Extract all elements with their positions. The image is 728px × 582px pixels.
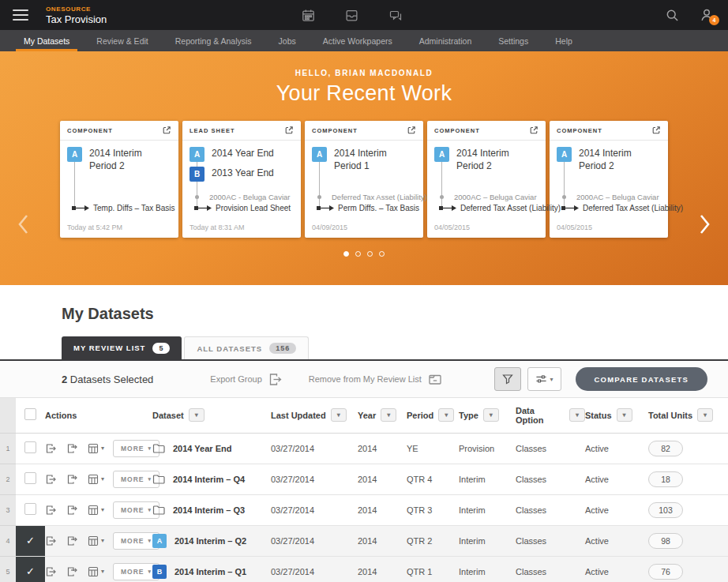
column-data-option: Data Option: [516, 406, 565, 425]
tab-my-review-list[interactable]: MY REVIEW LIST 5: [62, 336, 182, 359]
period-filter-dropdown[interactable]: [438, 408, 454, 422]
filter-button[interactable]: [494, 367, 521, 391]
chevron-left-icon[interactable]: [17, 214, 29, 235]
external-link-icon[interactable]: [529, 126, 538, 135]
recent-work-card[interactable]: COMPONENT A 2014 Interim Period 1 Deferr…: [305, 121, 423, 238]
tab-all-datasets[interactable]: ALL DATASETS 156: [184, 336, 309, 359]
card-timestamp: 04/05/2015: [550, 217, 668, 238]
timeline-arrow-icon: [72, 205, 89, 212]
row-checkbox-checked[interactable]: [16, 556, 45, 582]
cell-data-option: Classes: [516, 525, 585, 556]
folder-remove-icon: [428, 374, 442, 385]
external-link-icon[interactable]: [284, 126, 294, 135]
nav-item-active-workpapers[interactable]: Active Workpapers: [321, 30, 394, 51]
export-icon[interactable]: [45, 443, 58, 454]
export-icon[interactable]: [45, 566, 58, 577]
nav-item-help[interactable]: Help: [554, 30, 574, 51]
archive-icon[interactable]: [345, 9, 358, 22]
calculator-dropdown[interactable]: [88, 566, 104, 577]
year-filter-dropdown[interactable]: [381, 408, 396, 422]
type-filter-dropdown[interactable]: [483, 408, 499, 422]
menu-icon[interactable]: [13, 6, 28, 24]
calculator-dropdown[interactable]: [88, 505, 104, 516]
nav-item-review-edit[interactable]: Review & Edit: [95, 30, 149, 51]
card-timestamp: 04/05/2015: [427, 217, 546, 238]
recent-work-card[interactable]: COMPONENT A 2014 Interim Period 2 2000AC…: [550, 121, 668, 238]
row-checkbox-checked[interactable]: [16, 525, 45, 556]
data-option-filter-dropdown[interactable]: [569, 408, 585, 422]
cell-data-option: Classes: [516, 494, 585, 525]
total-units-badge: 103: [648, 502, 683, 518]
external-link-icon[interactable]: [651, 126, 661, 135]
total-units-filter-dropdown[interactable]: [697, 408, 713, 422]
export-icon[interactable]: [45, 535, 58, 546]
compare-datasets-button[interactable]: COMPARE DATASETS: [576, 367, 707, 391]
share-icon[interactable]: [66, 535, 79, 546]
row-checkbox[interactable]: [24, 472, 36, 484]
table-row[interactable]: 1 MORE 2014 Year End 03/27/2014 2014 YE …: [0, 433, 728, 464]
dataset-a-badge: A: [434, 147, 449, 162]
user-icon[interactable]: 4: [700, 8, 714, 22]
carousel-dot[interactable]: [367, 251, 373, 257]
dataset-name[interactable]: 2014 Interim – Q4: [173, 475, 245, 484]
table-row-selected[interactable]: 5 MORE B 2014 Interim – Q1 03/27/2014 20…: [0, 556, 728, 582]
dataset-name: 2014 Interim Period 2: [456, 147, 537, 172]
recent-work-card[interactable]: COMPONENT A 2014 Interim Period 2 2000AC…: [427, 121, 546, 238]
nav-item-settings[interactable]: Settings: [497, 30, 530, 51]
dataset-name[interactable]: 2014 Interim – Q3: [173, 505, 245, 515]
nav-item-administration[interactable]: Administration: [418, 30, 474, 51]
recent-work-carousel: COMPONENT A 2014 Interim Period 2 Temp. …: [0, 121, 728, 238]
external-link-icon[interactable]: [407, 126, 416, 135]
share-icon[interactable]: [66, 505, 79, 516]
timeline-arrow-icon: [561, 205, 579, 212]
row-number: 2: [0, 464, 16, 494]
dataset-name[interactable]: 2014 Interim – Q1: [174, 567, 246, 576]
export-group-button[interactable]: Export Group: [210, 373, 283, 386]
remove-from-review-list-button[interactable]: Remove from My Review List: [309, 374, 442, 385]
share-icon[interactable]: [66, 566, 79, 577]
share-icon[interactable]: [66, 443, 79, 454]
column-status: Status: [585, 411, 612, 420]
tab-label: ALL DATASETS: [197, 344, 262, 353]
recent-work-card[interactable]: LEAD SHEET A 2014 Year End B 2013 Year E…: [182, 121, 301, 238]
cell-status: Active: [585, 494, 648, 525]
row-checkbox[interactable]: [24, 441, 36, 453]
selected-count-label: 2 Datasets Selected: [62, 374, 153, 385]
export-icon[interactable]: [45, 505, 58, 516]
calendar-icon[interactable]: [302, 9, 315, 22]
table-row-selected[interactable]: 4 MORE A 2014 Interim – Q2 03/27/2014 20…: [0, 525, 728, 556]
logo-product: Tax Provision: [46, 13, 107, 25]
carousel-dot[interactable]: [379, 251, 385, 257]
calculator-dropdown[interactable]: [88, 474, 104, 485]
dataset-name[interactable]: 2014 Year End: [173, 444, 231, 453]
carousel-dot[interactable]: [343, 251, 349, 257]
recent-work-card[interactable]: COMPONENT A 2014 Interim Period 2 Temp. …: [60, 121, 178, 238]
view-options-button[interactable]: [527, 367, 561, 391]
search-icon[interactable]: [666, 9, 679, 22]
last-updated-filter-dropdown[interactable]: [331, 408, 347, 422]
row-checkbox[interactable]: [24, 503, 36, 515]
table-row[interactable]: 3 MORE 2014 Interim – Q3 03/27/2014 2014…: [0, 494, 728, 525]
chevron-right-icon[interactable]: [699, 214, 711, 235]
select-all-checkbox[interactable]: [24, 408, 36, 420]
timeline-dot: [440, 195, 444, 199]
dataset-filter-dropdown[interactable]: [189, 408, 205, 422]
card-unit: 2000AC - Beluga Caviar: [209, 193, 290, 201]
share-icon[interactable]: [66, 474, 79, 485]
calculator-dropdown[interactable]: [88, 535, 104, 546]
cell-year: 2014: [358, 525, 407, 556]
table-row[interactable]: 2 MORE 2014 Interim – Q4 03/27/2014 2014…: [0, 464, 728, 494]
external-link-icon[interactable]: [162, 126, 171, 135]
dataset-name: 2014 Year End: [212, 147, 274, 160]
status-filter-dropdown[interactable]: [617, 408, 632, 422]
column-year: Year: [358, 411, 376, 420]
calculator-dropdown[interactable]: [88, 443, 104, 454]
chat-icon[interactable]: [388, 9, 403, 22]
nav-item-reporting-analysis[interactable]: Reporting & Analysis: [174, 30, 253, 51]
export-icon[interactable]: [45, 474, 58, 485]
dataset-name[interactable]: 2014 Interim – Q2: [174, 536, 246, 546]
carousel-dot[interactable]: [355, 251, 361, 257]
nav-item-my-datasets[interactable]: My Datasets: [22, 30, 71, 51]
cell-data-option: Classes: [516, 433, 585, 464]
nav-item-jobs[interactable]: Jobs: [277, 30, 298, 51]
